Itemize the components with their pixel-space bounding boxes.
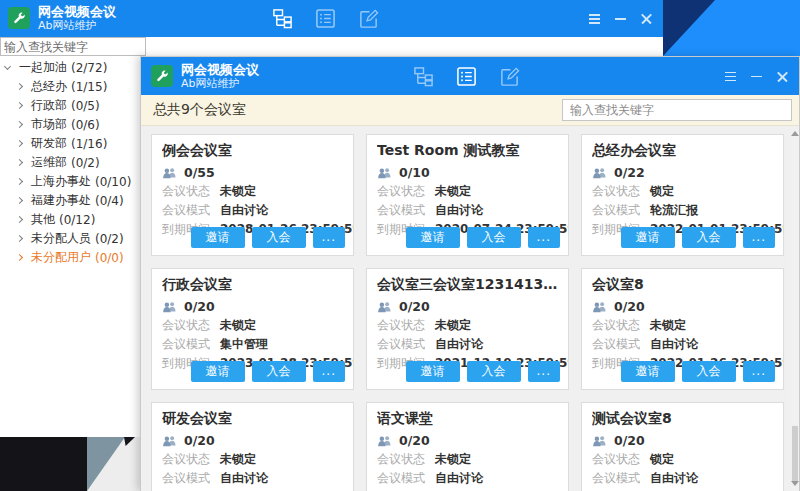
room-name: 例会会议室 <box>162 142 343 160</box>
room-name: 总经办会议室 <box>592 142 773 160</box>
room-card: 行政会议室 0/20 会议状态未锁定 会议模式集中管理 到期时间2023-01-… <box>151 268 354 390</box>
join-button[interactable]: 入会 <box>682 227 736 248</box>
room-mode: 自由讨论 <box>435 203 483 218</box>
occupancy: 0/20 <box>184 433 215 448</box>
room-name: 行政会议室 <box>162 276 343 294</box>
scroll-down-icon[interactable] <box>791 481 799 486</box>
fg-app-subtitle: Ab网站维护 <box>181 77 259 90</box>
people-icon <box>377 435 392 447</box>
edit-icon[interactable] <box>358 8 379 29</box>
bg-app-subtitle: Ab网站维护 <box>38 19 116 32</box>
room-mode: 自由讨论 <box>220 203 268 218</box>
edit-icon[interactable] <box>499 66 520 87</box>
chevron-right-icon <box>16 216 23 223</box>
people-icon <box>162 167 177 179</box>
invite-button[interactable]: 邀请 <box>191 227 245 248</box>
close-icon[interactable] <box>640 12 653 25</box>
people-icon <box>162 301 177 313</box>
people-icon <box>592 301 607 313</box>
room-list: 例会会议室 0/55 会议状态未锁定 会议模式自由讨论 到期时间2028-01-… <box>141 126 791 491</box>
bg-title-bar[interactable]: 网会视频会议 Ab网站维护 <box>0 0 663 37</box>
invite-button[interactable]: 邀请 <box>191 361 245 382</box>
invite-button[interactable]: 邀请 <box>621 361 675 382</box>
more-button[interactable]: ... <box>743 361 775 382</box>
people-icon <box>377 301 392 313</box>
occupancy: 0/10 <box>399 165 430 180</box>
tree-root[interactable]: 一起加油 (2/72) <box>0 58 146 77</box>
app-logo-wrench-icon <box>151 65 173 87</box>
room-status: 锁定 <box>650 184 674 199</box>
desktop-wallpaper-black <box>0 437 87 491</box>
org-chart-icon[interactable] <box>272 8 293 29</box>
more-button[interactable]: ... <box>743 227 775 248</box>
scroll-up-icon[interactable] <box>791 131 799 136</box>
occupancy: 0/20 <box>399 299 430 314</box>
join-button[interactable]: 入会 <box>252 361 306 382</box>
chevron-right-icon <box>16 140 23 147</box>
room-mode: 集中管理 <box>220 337 268 352</box>
chevron-right-icon <box>16 159 23 166</box>
join-button[interactable]: 入会 <box>467 361 521 382</box>
invite-button[interactable]: 邀请 <box>406 361 460 382</box>
room-name: 会议室8 <box>592 276 773 294</box>
menu-icon[interactable] <box>724 70 737 83</box>
more-button[interactable]: ... <box>528 227 560 248</box>
people-icon <box>592 167 607 179</box>
tree-item-shanghai[interactable]: 上海办事处 (0/10) <box>0 172 146 191</box>
more-button[interactable]: ... <box>313 227 345 248</box>
tree-root-label: 一起加油 <box>19 59 67 76</box>
invite-button[interactable]: 邀请 <box>406 227 460 248</box>
room-card: 例会会议室 0/55 会议状态未锁定 会议模式自由讨论 到期时间2028-01-… <box>151 134 354 256</box>
tree-item-xingzhengbu[interactable]: 行政部 (0/5) <box>0 96 146 115</box>
list-icon[interactable] <box>456 66 477 87</box>
people-icon <box>162 435 177 447</box>
tree-item-unassigned-staff[interactable]: 未分配人员 (0/2) <box>0 229 146 248</box>
org-chart-icon[interactable] <box>413 66 434 87</box>
room-mode: 自由讨论 <box>650 337 698 352</box>
room-search-input[interactable] <box>562 99 792 121</box>
tree-item-fujian[interactable]: 福建办事处 (0/4) <box>0 191 146 210</box>
tree-root-count: (2/72) <box>71 61 107 75</box>
room-name: 研发会议室 <box>162 410 343 428</box>
join-button[interactable]: 入会 <box>682 361 736 382</box>
close-icon[interactable] <box>776 70 789 83</box>
tree-item-zongjingban[interactable]: 总经办 (1/15) <box>0 77 146 96</box>
tree-item-qita[interactable]: 其他 (0/12) <box>0 210 146 229</box>
chevron-right-icon <box>16 235 23 242</box>
join-button[interactable]: 入会 <box>467 227 521 248</box>
scrollbar-thumb[interactable] <box>792 426 798 481</box>
room-mode: 自由讨论 <box>435 337 483 352</box>
more-button[interactable]: ... <box>313 361 345 382</box>
vertical-scrollbar[interactable] <box>791 126 799 491</box>
tree-item-unassigned-users[interactable]: 未分配用户 (0/0) <box>0 248 146 267</box>
invite-button[interactable]: 邀请 <box>621 227 675 248</box>
menu-icon[interactable] <box>588 12 601 25</box>
room-status: 未锁定 <box>435 452 471 467</box>
minimize-icon[interactable] <box>614 12 627 25</box>
app-logo-wrench-icon <box>8 7 30 29</box>
join-button[interactable]: 入会 <box>252 227 306 248</box>
room-card: 语文课堂 0/20 会议状态未锁定 会议模式自由讨论 到期时间2022-01-2… <box>366 402 569 491</box>
fg-window-controls <box>724 57 789 95</box>
room-card: 研发会议室 0/20 会议状态未锁定 会议模式自由讨论 到期时间2022-01-… <box>151 402 354 491</box>
sidebar-search-input[interactable] <box>0 37 146 56</box>
room-mode: 自由讨论 <box>220 471 268 486</box>
fg-app-title: 网会视频会议 <box>181 62 259 77</box>
bg-app-title: 网会视频会议 <box>38 4 116 19</box>
meeting-room-window: 网会视频会议 Ab网站维护 总共9个会议室 例会会议室 <box>140 56 800 491</box>
list-icon[interactable] <box>315 8 336 29</box>
tree-item-shichangbu[interactable]: 市场部 (0/6) <box>0 115 146 134</box>
room-count-summary: 总共9个会议室 <box>153 101 246 119</box>
room-status: 未锁定 <box>220 452 256 467</box>
fg-title-bar[interactable]: 网会视频会议 Ab网站维护 <box>141 57 799 95</box>
tree-item-yunweibu[interactable]: 运维部 (0/2) <box>0 153 146 172</box>
chevron-right-icon <box>16 178 23 185</box>
people-icon <box>377 167 392 179</box>
more-button[interactable]: ... <box>528 361 560 382</box>
occupancy: 0/20 <box>614 433 645 448</box>
tree-item-yanfabu[interactable]: 研发部 (1/16) <box>0 134 146 153</box>
room-status: 未锁定 <box>435 184 471 199</box>
room-name: 会议室三会议室123141324141三会议室 <box>377 276 558 294</box>
minimize-icon[interactable] <box>750 70 763 83</box>
room-name: Test Room 测试教室 <box>377 142 558 160</box>
